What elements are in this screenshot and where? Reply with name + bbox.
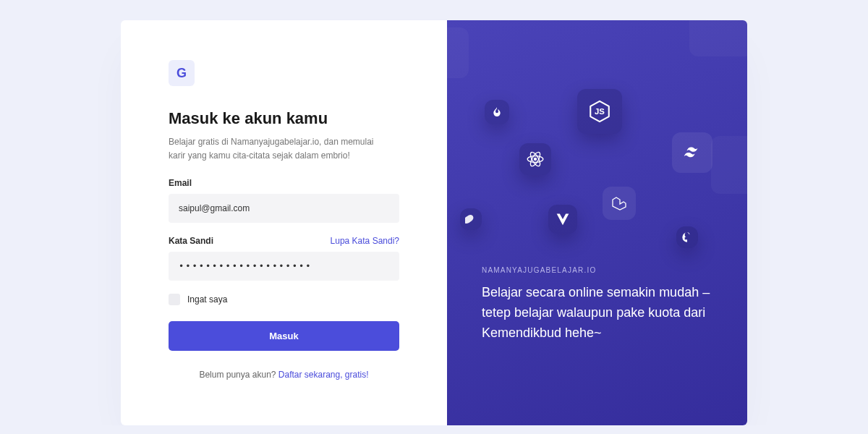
digitalocean-icon	[676, 226, 698, 248]
login-card: G Masuk ke akun kamu Belajar gratis di N…	[121, 20, 747, 425]
brand-logo: G	[169, 60, 195, 86]
svg-point-1	[534, 158, 537, 161]
tailwind-icon	[672, 132, 712, 173]
promo-tagline: Belajar secara online semakin mudah – te…	[482, 283, 712, 344]
forgot-password-link[interactable]: Lupa Kata Sandi?	[331, 236, 399, 246]
password-label: Kata Sandi	[169, 236, 213, 246]
page-subtitle: Belajar gratis di Namanyajugabelajar.io,…	[169, 135, 386, 162]
promo-brand: NAMANYAJUGABELAJAR.IO	[482, 266, 712, 274]
flame-icon	[485, 100, 509, 124]
deco-square	[689, 20, 747, 56]
remember-checkbox[interactable]	[169, 294, 180, 305]
password-input[interactable]	[169, 252, 399, 281]
deco-square	[447, 27, 469, 78]
svg-text:JS: JS	[595, 107, 605, 116]
svelte-icon	[460, 208, 482, 230]
signup-row: Belum punya akun? Daftar sekarang, grati…	[169, 370, 399, 380]
vue-icon	[548, 205, 577, 234]
email-label: Email	[169, 178, 192, 188]
signup-prompt: Belum punya akun?	[199, 370, 278, 380]
signup-link[interactable]: Daftar sekarang, gratis!	[278, 370, 369, 380]
deco-square	[711, 136, 747, 194]
email-input[interactable]	[169, 194, 399, 223]
nodejs-icon: JS	[577, 89, 622, 134]
react-icon	[519, 143, 551, 175]
login-panel: G Masuk ke akun kamu Belajar gratis di N…	[121, 20, 447, 425]
page-title: Masuk ke akun kamu	[169, 109, 399, 128]
remember-label: Ingat saya	[187, 294, 227, 305]
submit-button[interactable]: Masuk	[169, 321, 399, 351]
promo-panel: JS NAMANYAJUGABELAJAR.IO Belajar secara …	[447, 20, 747, 425]
laravel-icon	[603, 187, 636, 220]
